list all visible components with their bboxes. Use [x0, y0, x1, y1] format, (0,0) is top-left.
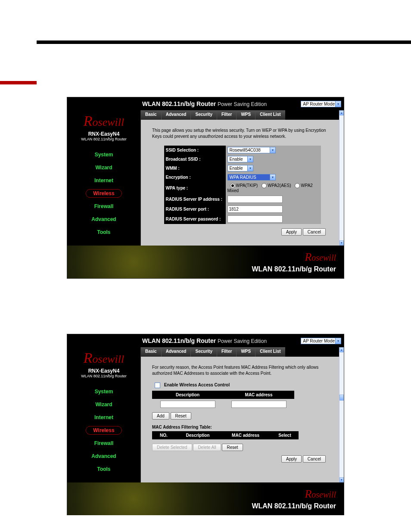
- tab-bar: Basic Advanced Security Filter WPS Clien…: [141, 347, 344, 357]
- sidebar-item-advanced[interactable]: Advanced: [67, 450, 140, 463]
- sidebar-item-system[interactable]: System: [67, 148, 140, 161]
- broadcast-ssid-label: Broadcast SSID :: [164, 155, 226, 164]
- cancel-button[interactable]: Cancel: [303, 228, 326, 236]
- chevron-down-icon: ▾: [270, 174, 275, 180]
- add-button[interactable]: Add: [152, 412, 169, 420]
- title-bar: WLAN 802.11n/b/g Router Power Saving Edi…: [67, 334, 344, 347]
- security-settings-table: SSID Selection : Rosewill54C038 ▾ Broadc…: [164, 146, 321, 224]
- mac-filter-table: NO. Description MAC address Select: [152, 431, 299, 439]
- th-select: Select: [271, 431, 299, 439]
- radius-port-input[interactable]: [227, 205, 283, 213]
- page-title: WLAN 802.11n/b/g Router: [142, 100, 216, 107]
- ssid-selection-label: SSID Selection :: [164, 146, 226, 155]
- sidebar-item-internet[interactable]: Internet: [67, 174, 140, 187]
- wpa2-aes-radio[interactable]: [262, 183, 267, 188]
- radius-ip-input[interactable]: [227, 196, 283, 203]
- footer-logo: Rosewill: [305, 488, 336, 501]
- device-subtitle: WLAN 802.11n/b/g Router: [67, 137, 140, 141]
- tab-security[interactable]: Security: [191, 110, 217, 120]
- mode-select-value: AP Router Mode: [303, 339, 335, 343]
- header-black-bar: [37, 40, 411, 44]
- mode-select[interactable]: AP Router Mode ▾: [301, 101, 341, 107]
- mode-select[interactable]: AP Router Mode ▾: [301, 338, 341, 344]
- th-no: NO.: [152, 431, 175, 439]
- sidebar-item-firewall[interactable]: Firewall: [67, 200, 140, 213]
- tab-advanced[interactable]: Advanced: [162, 347, 191, 357]
- footer: Rosewill WLAN 802.11n/b/g Router: [67, 482, 344, 515]
- sidebar-item-internet[interactable]: Internet: [67, 411, 140, 424]
- screenshot-filter: WLAN 802.11n/b/g Router Power Saving Edi…: [67, 334, 344, 515]
- tab-wps[interactable]: WPS: [237, 347, 255, 357]
- tab-security[interactable]: Security: [191, 347, 217, 357]
- footer-logo: Rosewill: [305, 251, 336, 264]
- device-subtitle: WLAN 802.11n/b/g Router: [67, 374, 140, 378]
- brand-logo: Rosewill: [67, 347, 140, 366]
- tab-client-list[interactable]: Client List: [255, 347, 285, 357]
- scroll-up-icon[interactable]: ▴: [339, 110, 344, 115]
- wpa-type-label: WPA type :: [164, 182, 226, 194]
- reset-table-button[interactable]: Reset: [222, 444, 243, 451]
- sidebar-item-wireless[interactable]: Wireless: [67, 187, 140, 200]
- reset-button[interactable]: Reset: [171, 412, 191, 420]
- device-name: RNX-EasyN4: [67, 368, 140, 374]
- encryption-select[interactable]: WPA RADIUS ▾: [227, 174, 276, 180]
- ssid-selection-value: Rosewill54C038: [230, 148, 261, 152]
- sidebar-item-firewall[interactable]: Firewall: [67, 437, 140, 450]
- tab-client-list[interactable]: Client List: [255, 110, 285, 120]
- sidebar-item-tools[interactable]: Tools: [67, 226, 140, 239]
- cancel-button[interactable]: Cancel: [303, 455, 326, 463]
- sidebar-item-advanced[interactable]: Advanced: [67, 213, 140, 226]
- description-input[interactable]: [160, 401, 215, 408]
- screenshot-security: WLAN 802.11n/b/g Router Power Saving Edi…: [67, 97, 344, 278]
- radius-port-label: RADIUS Server port :: [164, 204, 226, 214]
- tab-bar: Basic Advanced Security Filter WPS Clien…: [141, 110, 344, 120]
- tab-basic[interactable]: Basic: [141, 110, 162, 120]
- col-mac: MAC address: [223, 391, 294, 399]
- scrollbar[interactable]: ▴ ▾: [339, 347, 344, 482]
- wpa2-mixed-radio[interactable]: [295, 183, 300, 188]
- radius-password-label: RADIUS Server password :: [164, 214, 226, 224]
- scroll-thumb[interactable]: [339, 395, 344, 401]
- radius-password-input[interactable]: [227, 215, 283, 223]
- scroll-up-icon[interactable]: ▴: [339, 347, 344, 352]
- broadcast-ssid-select[interactable]: Enable ▾: [227, 156, 253, 162]
- encryption-label: Encryption :: [164, 173, 226, 182]
- enable-access-control-checkbox[interactable]: [155, 383, 160, 388]
- sidebar-item-wizard[interactable]: Wizard: [67, 161, 140, 174]
- wmm-select[interactable]: Enable ▾: [227, 165, 253, 171]
- page-subtitle: Power Saving Edition: [218, 101, 267, 107]
- wpa-tkip-label: WPA(TKIP): [236, 183, 258, 188]
- page-description: For security reason, the Access Point fe…: [152, 364, 333, 376]
- footer: Rosewill WLAN 802.11n/b/g Router: [67, 246, 344, 278]
- tab-advanced[interactable]: Advanced: [162, 110, 191, 120]
- wpa-type-radios: WPA(TKIP) WPA2(AES) WPA2 Mixed: [226, 182, 321, 194]
- tab-basic[interactable]: Basic: [141, 347, 162, 357]
- chevron-down-icon: ▾: [270, 147, 275, 153]
- delete-all-button[interactable]: Delete All: [193, 444, 221, 451]
- device-name: RNX-EasyN4: [67, 131, 140, 137]
- wmm-label: WMM :: [164, 164, 226, 173]
- wmm-value: Enable: [230, 166, 243, 171]
- footer-text: WLAN 802.11n/b/g Router: [252, 265, 336, 273]
- scroll-down-icon[interactable]: ▾: [339, 240, 344, 246]
- sidebar-item-tools[interactable]: Tools: [67, 463, 140, 476]
- sidebar-item-system[interactable]: System: [67, 385, 140, 398]
- tab-filter[interactable]: Filter: [217, 347, 237, 357]
- scrollbar[interactable]: ▴ ▾: [339, 110, 344, 246]
- sidebar: Rosewill RNX-EasyN4 WLAN 802.11n/b/g Rou…: [67, 110, 140, 246]
- tab-wps[interactable]: WPS: [237, 110, 255, 120]
- wpa-tkip-radio[interactable]: [230, 183, 235, 188]
- scroll-down-icon[interactable]: ▾: [339, 477, 344, 482]
- ssid-selection-select[interactable]: Rosewill54C038 ▾: [227, 147, 276, 153]
- sidebar-item-wireless[interactable]: Wireless: [67, 424, 140, 437]
- col-description: Description: [152, 391, 223, 399]
- wpa2-aes-label: WPA2(AES): [268, 183, 291, 188]
- th-description: Description: [175, 431, 220, 439]
- sidebar-item-wizard[interactable]: Wizard: [67, 398, 140, 411]
- delete-selected-button[interactable]: Delete Selected: [152, 444, 192, 451]
- apply-button[interactable]: Apply: [281, 228, 302, 236]
- mac-address-input[interactable]: [231, 401, 286, 408]
- apply-button[interactable]: Apply: [281, 455, 302, 463]
- tab-filter[interactable]: Filter: [217, 110, 237, 120]
- add-entry-table: Description MAC address: [152, 391, 294, 410]
